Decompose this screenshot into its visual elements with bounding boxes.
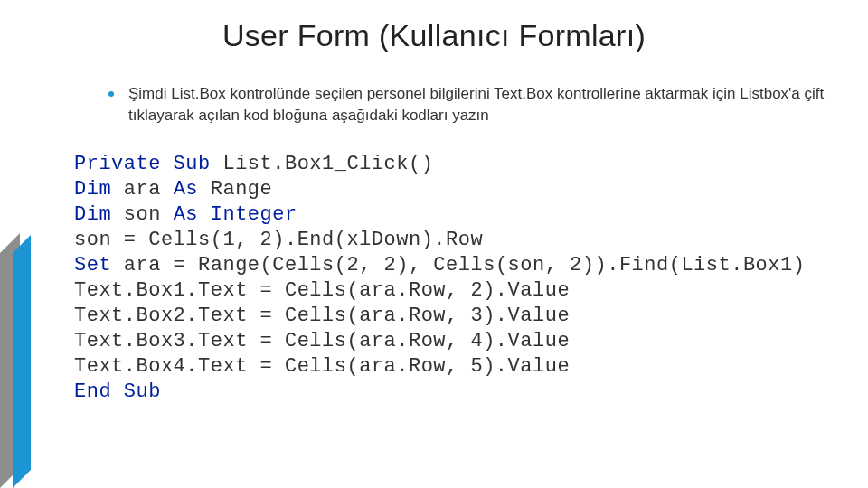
code-text: Range bbox=[198, 178, 272, 201]
code-text: List.Box1_Click() bbox=[211, 153, 434, 175]
code-line: Set ara = Range(Cells(2, 2), Cells(son, … bbox=[74, 253, 837, 278]
code-text: son bbox=[111, 203, 174, 226]
page-title: User Form (Kullanıcı Formları) bbox=[0, 18, 868, 53]
code-line: son = Cells(1, 2).End(xlDown).Row bbox=[74, 228, 837, 253]
code-keyword: As bbox=[174, 178, 198, 201]
code-line: Dim ara As Range bbox=[74, 177, 837, 202]
code-text: ara = Range(Cells(2, 2), Cells(son, 2)).… bbox=[111, 254, 805, 277]
code-line: End Sub bbox=[74, 380, 837, 405]
accent-blue bbox=[13, 235, 31, 488]
code-line: Text.Box3.Text = Cells(ara.Row, 4).Value bbox=[74, 329, 837, 354]
code-line: Text.Box2.Text = Cells(ara.Row, 3).Value bbox=[74, 304, 837, 329]
code-line: Dim son As Integer bbox=[74, 202, 837, 228]
bullet-text: Şimdi List.Box kontrolünde seçilen perso… bbox=[128, 83, 832, 127]
code-keyword: Set bbox=[74, 254, 111, 277]
slide: User Form (Kullanıcı Formları) Şimdi Lis… bbox=[0, 0, 868, 488]
code-keyword: Private Sub bbox=[74, 153, 211, 175]
code-line: Private Sub List.Box1_Click() bbox=[74, 152, 837, 177]
code-text: ara bbox=[111, 178, 174, 201]
code-line: Text.Box1.Text = Cells(ara.Row, 2).Value bbox=[74, 278, 837, 304]
accent-stripe bbox=[0, 253, 40, 488]
bullet-dot-icon bbox=[108, 91, 114, 97]
code-keyword: As Integer bbox=[174, 203, 297, 226]
code-line: Text.Box4.Text = Cells(ara.Row, 5).Value bbox=[74, 354, 837, 380]
code-block: Private Sub List.Box1_Click() Dim ara As… bbox=[65, 146, 846, 414]
bullet-item: Şimdi List.Box kontrolünde seçilen perso… bbox=[108, 83, 832, 127]
code-keyword: Dim bbox=[74, 178, 111, 201]
code-keyword: Dim bbox=[74, 203, 111, 226]
